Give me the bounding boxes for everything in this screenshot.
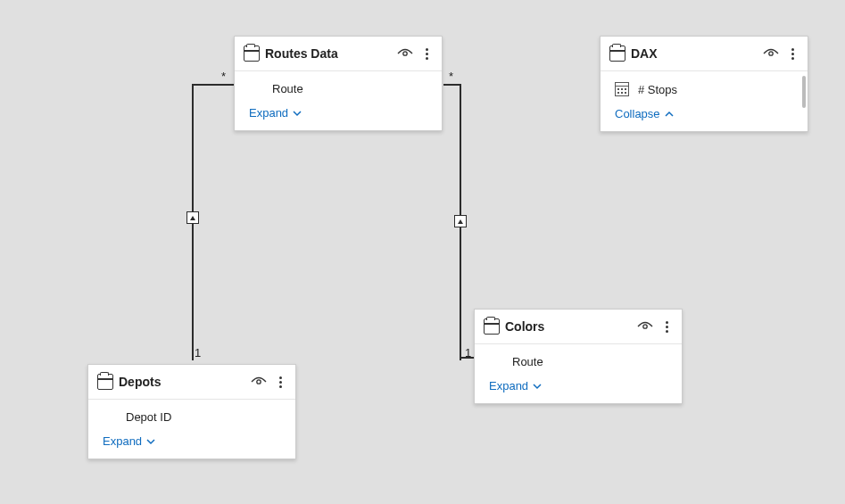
table-field[interactable]: # Stops xyxy=(601,71,808,100)
visibility-icon[interactable] xyxy=(397,45,413,62)
more-options-icon[interactable] xyxy=(420,45,433,62)
collapse-label: Collapse xyxy=(615,107,660,120)
table-field[interactable]: Depot ID xyxy=(88,400,295,427)
table-card-routes-data[interactable]: Routes Data Route Expand xyxy=(234,36,443,131)
cardinality-one-label: 1 xyxy=(195,346,201,359)
table-card-dax[interactable]: DAX # Stops Collapse xyxy=(600,36,808,132)
cardinality-one-label-2: 1 xyxy=(465,346,471,359)
collapse-button[interactable]: Collapse xyxy=(601,100,808,131)
chevron-down-icon xyxy=(145,436,156,447)
expand-label: Expand xyxy=(249,106,288,120)
more-options-icon[interactable] xyxy=(660,318,673,335)
relationship-colors-routes-hline-top xyxy=(443,84,460,86)
expand-button[interactable]: Expand xyxy=(235,99,442,130)
table-field-label: # Stops xyxy=(638,83,677,96)
scrollbar-thumb[interactable] xyxy=(802,76,806,108)
relationship-depots-routes-direction-icon xyxy=(186,211,199,224)
table-title: Colors xyxy=(500,319,637,334)
table-field[interactable]: Route xyxy=(235,71,442,99)
expand-button[interactable]: Expand xyxy=(88,427,295,459)
chevron-down-icon xyxy=(292,108,302,119)
table-icon xyxy=(609,45,625,62)
visibility-icon[interactable] xyxy=(637,318,653,335)
table-icon xyxy=(97,374,113,390)
expand-button[interactable]: Expand xyxy=(475,372,682,403)
cardinality-many-label-2: * xyxy=(449,70,453,83)
table-title: Depots xyxy=(113,375,251,389)
table-field[interactable]: Route xyxy=(475,344,682,372)
chevron-down-icon xyxy=(532,381,543,392)
expand-label: Expand xyxy=(103,434,142,448)
relationship-depots-routes-hline-top xyxy=(192,84,235,86)
table-card-depots[interactable]: Depots Depot ID Expand xyxy=(87,364,296,459)
table-title: Routes Data xyxy=(260,46,397,61)
cardinality-many-label: * xyxy=(221,70,226,83)
relationship-colors-routes-direction-icon xyxy=(454,215,467,227)
table-card-colors[interactable]: Colors Route Expand xyxy=(474,309,683,404)
visibility-icon[interactable] xyxy=(251,374,267,390)
table-card-header: Colors xyxy=(475,310,682,344)
svg-point-0 xyxy=(403,52,407,55)
measure-icon xyxy=(615,82,629,96)
table-card-header: Depots xyxy=(88,365,295,400)
table-icon xyxy=(244,45,260,62)
more-options-icon[interactable] xyxy=(786,45,799,62)
expand-label: Expand xyxy=(489,379,528,392)
visibility-icon[interactable] xyxy=(763,45,779,62)
chevron-up-icon xyxy=(664,109,675,120)
table-title: DAX xyxy=(625,46,763,61)
table-card-header: Routes Data xyxy=(235,37,442,71)
table-card-header: DAX xyxy=(601,37,808,71)
svg-point-2 xyxy=(643,325,647,328)
model-view-canvas[interactable]: { "tables": { "routes": { "title": "Rout… xyxy=(0,0,845,504)
svg-point-1 xyxy=(769,52,773,55)
table-icon xyxy=(484,318,500,335)
more-options-icon[interactable] xyxy=(274,374,286,390)
svg-point-3 xyxy=(257,380,261,384)
